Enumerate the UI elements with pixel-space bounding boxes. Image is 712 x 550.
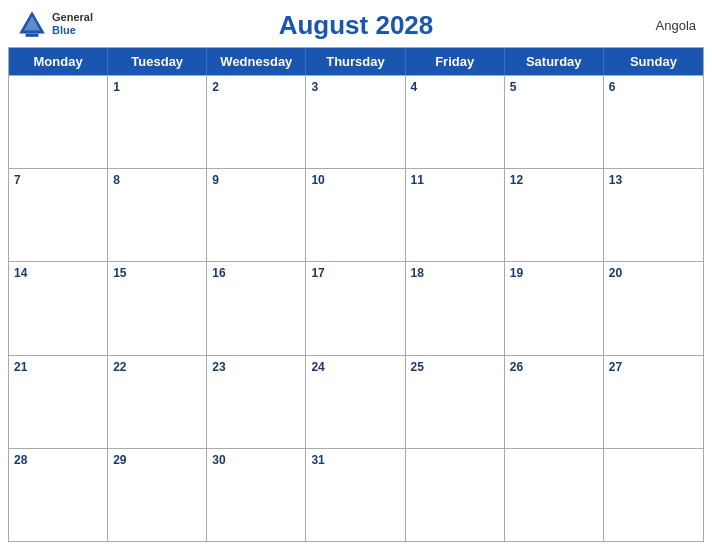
calendar-cell: 24 [306,356,405,448]
date-number: 28 [14,453,27,467]
day-header-tuesday: Tuesday [108,48,207,75]
date-number: 5 [510,80,517,94]
calendar-cell: 19 [505,262,604,354]
calendar-cell: 1 [108,76,207,168]
date-number: 16 [212,266,225,280]
date-number: 2 [212,80,219,94]
calendar-cell: 3 [306,76,405,168]
date-number: 24 [311,360,324,374]
week-row: 123456 [9,75,703,168]
day-header-wednesday: Wednesday [207,48,306,75]
calendar-cell: 20 [604,262,703,354]
calendar-cell [406,449,505,541]
day-header-thursday: Thursday [306,48,405,75]
date-number: 10 [311,173,324,187]
calendar-cell: 25 [406,356,505,448]
calendar-cell: 12 [505,169,604,261]
date-number: 8 [113,173,120,187]
calendar-cell: 11 [406,169,505,261]
country-label: Angola [656,18,696,33]
logo: General Blue [16,8,93,40]
calendar-cell: 28 [9,449,108,541]
date-number: 4 [411,80,418,94]
logo-blue: Blue [52,24,93,37]
calendar-cell: 5 [505,76,604,168]
calendar-cell: 22 [108,356,207,448]
calendar-cell: 9 [207,169,306,261]
calendar-cell: 14 [9,262,108,354]
date-number: 27 [609,360,622,374]
date-number: 14 [14,266,27,280]
calendar-cell: 6 [604,76,703,168]
calendar-cell: 4 [406,76,505,168]
calendar-cell: 31 [306,449,405,541]
calendar: MondayTuesdayWednesdayThursdayFridaySatu… [8,47,704,542]
weeks: 1234567891011121314151617181920212223242… [9,75,703,541]
week-row: 21222324252627 [9,355,703,448]
date-number: 23 [212,360,225,374]
calendar-cell [505,449,604,541]
date-number: 20 [609,266,622,280]
day-header-friday: Friday [406,48,505,75]
date-number: 12 [510,173,523,187]
calendar-cell: 10 [306,169,405,261]
calendar-cell: 21 [9,356,108,448]
date-number: 22 [113,360,126,374]
calendar-cell: 16 [207,262,306,354]
week-row: 14151617181920 [9,261,703,354]
date-number: 3 [311,80,318,94]
date-number: 1 [113,80,120,94]
calendar-cell [604,449,703,541]
date-number: 13 [609,173,622,187]
logo-icon [16,8,48,40]
date-number: 15 [113,266,126,280]
date-number: 11 [411,173,424,187]
date-number: 21 [14,360,27,374]
date-number: 29 [113,453,126,467]
calendar-cell: 8 [108,169,207,261]
week-row: 28293031 [9,448,703,541]
calendar-cell: 23 [207,356,306,448]
date-number: 6 [609,80,616,94]
day-header-saturday: Saturday [505,48,604,75]
date-number: 19 [510,266,523,280]
date-number: 17 [311,266,324,280]
date-number: 9 [212,173,219,187]
calendar-cell: 26 [505,356,604,448]
svg-rect-2 [26,34,39,37]
page-title: August 2028 [279,10,434,41]
logo-text: General Blue [52,11,93,37]
calendar-cell: 29 [108,449,207,541]
calendar-cell: 17 [306,262,405,354]
date-number: 25 [411,360,424,374]
calendar-cell: 27 [604,356,703,448]
date-number: 7 [14,173,21,187]
calendar-cell: 15 [108,262,207,354]
calendar-cell: 7 [9,169,108,261]
day-headers: MondayTuesdayWednesdayThursdayFridaySatu… [9,48,703,75]
logo-general: General [52,11,93,24]
week-row: 78910111213 [9,168,703,261]
calendar-header: General Blue August 2028 Angola [0,0,712,47]
date-number: 31 [311,453,324,467]
date-number: 18 [411,266,424,280]
calendar-cell: 13 [604,169,703,261]
calendar-cell [9,76,108,168]
date-number: 26 [510,360,523,374]
calendar-cell: 30 [207,449,306,541]
date-number: 30 [212,453,225,467]
calendar-cell: 18 [406,262,505,354]
day-header-sunday: Sunday [604,48,703,75]
day-header-monday: Monday [9,48,108,75]
calendar-cell: 2 [207,76,306,168]
